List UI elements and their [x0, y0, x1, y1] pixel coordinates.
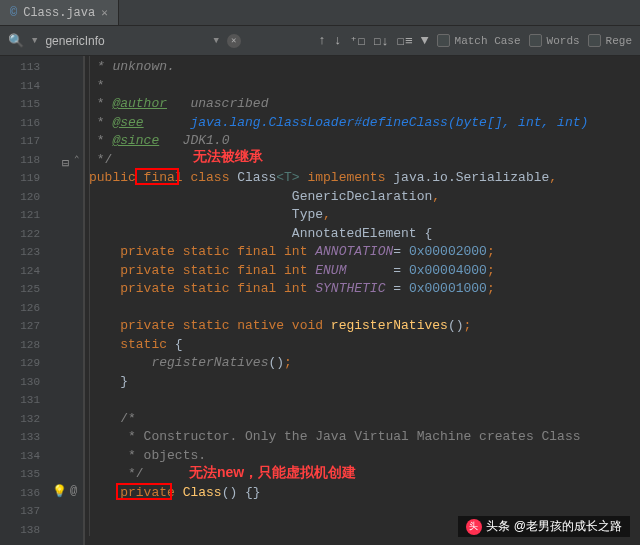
- code-text: 0x00004000: [409, 263, 487, 278]
- line-number: 117: [0, 132, 50, 151]
- options-dropdown-icon[interactable]: ▼: [213, 36, 218, 46]
- gutter-icons: ⊟ 💡 @: [50, 56, 85, 545]
- tab-label: Class.java: [23, 6, 95, 20]
- close-icon[interactable]: ✕: [101, 6, 108, 19]
- code-text: =: [346, 263, 408, 278]
- code-text: <T>: [276, 170, 299, 185]
- code-text: 0x00001000: [409, 281, 487, 296]
- line-number: 116: [0, 114, 50, 133]
- add-selection-icon[interactable]: ⁺☐: [350, 33, 366, 49]
- bulb-icon[interactable]: 💡: [52, 484, 67, 499]
- regex-checkbox[interactable]: Rege: [588, 34, 632, 47]
- checkbox-box: [588, 34, 601, 47]
- watermark-text: @老男孩的成长之路: [514, 518, 622, 535]
- code-text: private static final int: [120, 281, 315, 296]
- line-number: 118: [0, 151, 50, 170]
- next-match-icon[interactable]: ↓: [334, 33, 342, 48]
- code-text: Class: [183, 485, 222, 500]
- code-text: */: [120, 466, 143, 481]
- line-number: 136: [0, 484, 50, 503]
- code-text: () {}: [222, 485, 261, 500]
- prev-match-icon[interactable]: ↑: [318, 33, 326, 48]
- match-case-checkbox[interactable]: Match Case: [437, 34, 521, 47]
- code-text: *: [89, 78, 105, 93]
- code-text: Class: [237, 170, 276, 185]
- code-text: public: [89, 170, 136, 185]
- watermark-badge-icon: 头: [466, 519, 482, 535]
- code-text: private static final int: [120, 263, 315, 278]
- line-number: 137: [0, 502, 50, 521]
- code-text: ,: [323, 207, 331, 222]
- search-icon: 🔍: [8, 33, 24, 49]
- private-annotation: 无法new，只能虚拟机创建: [189, 464, 356, 482]
- line-number: 131: [0, 391, 50, 410]
- line-number: 132: [0, 410, 50, 429]
- find-bar: 🔍 ▼ ▼ ✕ ↑ ↓ ⁺☐ ☐↓ ☐≡ ▼ Match Case Words …: [0, 26, 640, 56]
- code-text: Type: [292, 207, 323, 222]
- words-checkbox[interactable]: Words: [529, 34, 580, 47]
- line-number: 114: [0, 77, 50, 96]
- code-text: ,: [549, 170, 557, 185]
- code-text: (): [268, 355, 284, 370]
- code-text: (): [448, 318, 464, 333]
- fold-end-icon[interactable]: ⌃: [74, 151, 79, 170]
- line-number: 127: [0, 317, 50, 336]
- code-text: ANNOTATION: [315, 244, 393, 259]
- clear-icon[interactable]: ✕: [227, 34, 241, 48]
- line-number: 138: [0, 521, 50, 540]
- line-number: 119: [0, 169, 50, 188]
- code-text: implements: [300, 170, 394, 185]
- line-number: 126: [0, 299, 50, 318]
- code-text: =: [393, 244, 409, 259]
- code-text: * unknown.: [89, 59, 175, 74]
- code-text: 0x00002000: [409, 244, 487, 259]
- line-number: 115: [0, 95, 50, 114]
- regex-label: Rege: [606, 35, 632, 47]
- code-text: private static final int: [120, 244, 315, 259]
- code-area[interactable]: * unknown. * * @author unascribed * @see…: [85, 56, 640, 545]
- checkbox-box: [529, 34, 542, 47]
- line-number: 128: [0, 336, 50, 355]
- search-input[interactable]: [45, 34, 205, 48]
- fold-icon[interactable]: ⊟: [62, 156, 69, 171]
- code-text: AnnotatedElement {: [292, 226, 432, 241]
- select-lines-icon[interactable]: ☐≡: [397, 33, 413, 49]
- code-text: java.lang.ClassLoader#defineClass(byte[]…: [190, 115, 588, 130]
- select-all-icon[interactable]: ☐↓: [373, 33, 389, 49]
- override-icon[interactable]: @: [70, 484, 77, 498]
- watermark: 头 头条 @老男孩的成长之路: [458, 516, 630, 537]
- final-annotation: 无法被继承: [193, 148, 263, 166]
- code-text: }: [120, 374, 128, 389]
- line-number: 121: [0, 206, 50, 225]
- line-number: 133: [0, 428, 50, 447]
- code-text: class: [190, 170, 237, 185]
- code-text: ENUM: [315, 263, 346, 278]
- code-text: registerNatives: [151, 355, 268, 370]
- line-number: 134: [0, 447, 50, 466]
- line-number: 125: [0, 280, 50, 299]
- code-text: *: [89, 96, 112, 111]
- history-dropdown-icon[interactable]: ▼: [32, 36, 37, 46]
- filter-icon[interactable]: ▼: [421, 33, 429, 48]
- line-number: 120: [0, 188, 50, 207]
- code-text: *: [89, 133, 112, 148]
- code-text: =: [385, 281, 408, 296]
- code-text: {: [175, 337, 183, 352]
- code-text: SYNTHETIC: [315, 281, 385, 296]
- line-number: 135: [0, 465, 50, 484]
- code-text: ,: [432, 189, 440, 204]
- code-text: * Constructor. Only the Java Virtual Mac…: [120, 429, 580, 444]
- final-highlight-box: [135, 168, 179, 185]
- line-number-gutter: 1131141151161171181191201211221231241251…: [0, 56, 50, 545]
- line-number: 124: [0, 262, 50, 281]
- code-text: @see: [112, 115, 143, 130]
- code-text: *: [89, 115, 112, 130]
- line-number: 129: [0, 354, 50, 373]
- file-tab[interactable]: © Class.java ✕: [0, 0, 119, 25]
- java-class-icon: ©: [10, 6, 17, 20]
- code-text: [144, 115, 191, 130]
- tab-bar: © Class.java ✕: [0, 0, 640, 26]
- words-label: Words: [547, 35, 580, 47]
- code-text: */: [89, 152, 112, 167]
- checkbox-box: [437, 34, 450, 47]
